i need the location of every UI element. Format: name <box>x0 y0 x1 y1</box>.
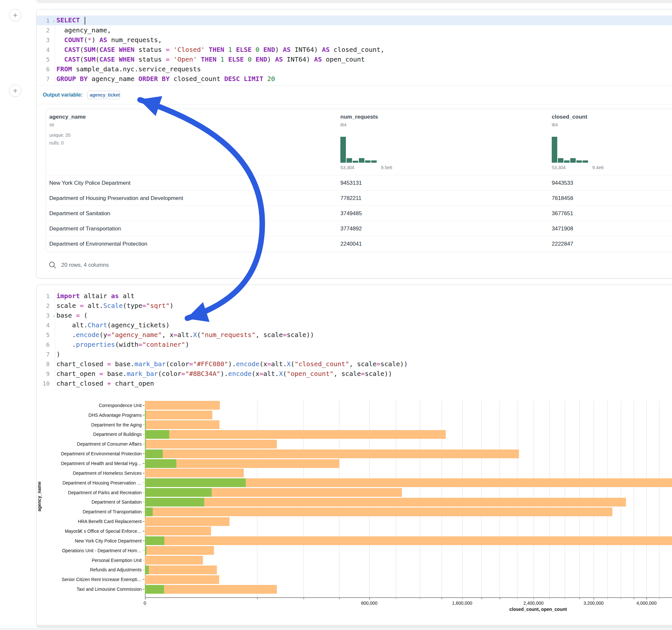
output-variable-bar: Output variable: agency_tickets <box>37 85 672 104</box>
line-number: 8 <box>37 361 51 367</box>
table-cell: 3677651 <box>552 206 672 221</box>
code-line[interactable]: 1⌄SELECT <box>37 16 672 25</box>
code-line[interactable]: 6FROM sample_data.nyc.service_requests <box>37 64 672 74</box>
code-text: COUNT(*) AS num_requests, <box>56 36 162 44</box>
histogram-bar <box>582 161 588 163</box>
table-row: Department of Housing Preservation and D… <box>46 190 672 206</box>
output-variable-label: Output variable: <box>43 92 83 98</box>
fold-chevron-icon[interactable]: ⌄ <box>51 311 56 320</box>
code-line[interactable]: 5 .encode(y="agency_name", x=alt.X("num_… <box>37 330 672 340</box>
fold-chevron-icon[interactable]: ⌄ <box>51 16 56 25</box>
table-cell: Department of Housing Preservation and D… <box>49 191 244 206</box>
column-name: num_requests <box>340 114 444 120</box>
search-icon[interactable] <box>48 261 57 269</box>
line-number: 7 <box>37 75 51 82</box>
output-variable-pill[interactable]: agency_tickets <box>87 91 120 99</box>
column-stats: unique: 20nulls: 0 <box>49 131 153 147</box>
table-row: Department of Environmental Protection22… <box>46 236 672 251</box>
table-row-count: 20 rows, 4 columns <box>61 262 109 268</box>
code-text: chart_closed = base.mark_bar(color="#FFC… <box>56 360 408 368</box>
add-cell-button-top[interactable]: + <box>9 9 21 21</box>
line-number: 6 <box>37 341 51 348</box>
code-line[interactable]: 4 alt.Chart(agency_tickets) <box>37 320 672 330</box>
table-cell: 9443533 <box>552 175 672 191</box>
code-line[interactable]: 4 CAST(SUM(CASE WHEN status = 'Closed' T… <box>37 45 672 54</box>
line-number: 10 <box>37 380 51 387</box>
code-text: SELECT <box>56 16 85 25</box>
table-row: Department of Sanitation37494853677651 <box>46 205 672 221</box>
histogram-bar <box>564 161 570 163</box>
table-cell: 9453131 <box>340 175 535 191</box>
histogram-bar <box>365 161 370 163</box>
notebook-page: + + 1⌄SELECT 2 agency_name,3 COUNT(*) AS… <box>0 0 672 630</box>
code-line[interactable]: 9chart_open = base.mark_bar(color="#8BC3… <box>37 369 672 379</box>
code-line[interactable]: 3 COUNT(*) AS num_requests, <box>37 35 672 45</box>
table-cell: Department of Transportation <box>49 221 244 236</box>
column-type: str <box>49 122 153 127</box>
code-line[interactable]: 3⌄base = ( <box>37 311 672 320</box>
line-number: 4 <box>37 46 51 53</box>
histogram-range-labels: 53,3049.5e6 <box>340 165 392 170</box>
line-number: 5 <box>37 56 51 63</box>
code-text: alt.Chart(agency_tickets) <box>56 321 170 329</box>
table-column-header: agency_namestrunique: 20nulls: 0 <box>49 114 153 147</box>
histogram-bar <box>558 158 563 163</box>
line-number: 3 <box>37 312 51 319</box>
table-row: Department of Transportation377489234719… <box>46 221 672 236</box>
table-cell: 3749485 <box>340 206 535 221</box>
line-number: 5 <box>37 332 51 338</box>
output-variable-value: agency_tickets <box>90 92 120 98</box>
line-number: 4 <box>37 322 51 329</box>
previous-cell-bottom-edge <box>36 0 672 3</box>
code-text: scale = alt.Scale(type="sqrt") <box>56 302 173 310</box>
code-line[interactable]: 8chart_closed = base.mark_bar(color="#FF… <box>37 359 672 369</box>
table-cell: 2240041 <box>340 236 535 251</box>
table-cell: 3774892 <box>340 221 535 236</box>
histogram-bar <box>340 137 346 163</box>
line-number: 9 <box>37 370 51 377</box>
histogram-bar <box>353 161 358 163</box>
line-number: 6 <box>37 66 51 73</box>
code-line[interactable]: 5 CAST(SUM(CASE WHEN status = 'Open' THE… <box>37 54 672 64</box>
plus-icon: + <box>13 86 18 95</box>
code-text: CAST(SUM(CASE WHEN status = 'Closed' THE… <box>56 46 384 53</box>
table-row: New York City Police Department945313194… <box>46 175 672 191</box>
column-type: i64 <box>340 122 444 127</box>
code-text: import altair as alt <box>56 292 135 300</box>
histogram-bar <box>576 161 582 163</box>
python-cell-shadow-band <box>36 625 672 628</box>
table-cell: 7618456 <box>552 191 672 206</box>
line-number: 7 <box>37 351 51 358</box>
code-text: agency_name, <box>56 26 111 34</box>
code-line[interactable]: 6 .properties(width="container") <box>37 340 672 349</box>
histogram-range-labels: 53,3049.4e6 <box>552 165 604 170</box>
table-cell: Department of Environmental Protection <box>49 236 244 251</box>
python-cell: 1import altair as alt2scale = alt.Scale(… <box>36 285 672 626</box>
table-footer: 20 rows, 4 columns <box>48 258 109 272</box>
code-line[interactable]: 2 agency_name, <box>37 25 672 35</box>
line-number: 1 <box>37 17 51 24</box>
code-line[interactable]: 7GROUP BY agency_name ORDER BY closed_co… <box>37 74 672 83</box>
code-text: .encode(y="agency_name", x=alt.X("num_re… <box>56 331 314 339</box>
table-cell: New York City Police Department <box>49 175 244 191</box>
column-type: i64 <box>552 122 655 127</box>
code-text: chart_open = base.mark_bar(color="#8BC34… <box>56 370 392 378</box>
code-text: chart_closed + chart_open <box>56 380 154 387</box>
histogram-bar <box>359 158 364 163</box>
histogram-bar <box>570 158 576 163</box>
plus-icon: + <box>13 11 18 20</box>
add-cell-button-middle[interactable]: + <box>9 84 21 97</box>
code-text: CAST(SUM(CASE WHEN status = 'Open' THEN … <box>56 55 365 63</box>
code-line[interactable]: 1import altair as alt <box>37 291 672 301</box>
table-column-header: num_requestsi64 <box>340 114 444 127</box>
code-line[interactable]: 7) <box>37 349 672 359</box>
text-cursor <box>85 17 85 25</box>
dataframe-preview-table: agency_namestrunique: 20nulls: 0num_requ… <box>46 109 672 252</box>
sql-code-editor[interactable]: 1⌄SELECT 2 agency_name,3 COUNT(*) AS num… <box>37 16 672 83</box>
code-line[interactable]: 2scale = alt.Scale(type="sqrt") <box>37 301 672 311</box>
code-line[interactable]: 10chart_closed + chart_open <box>37 379 672 388</box>
code-text: FROM sample_data.nyc.service_requests <box>56 65 201 73</box>
python-code-editor[interactable]: 1import altair as alt2scale = alt.Scale(… <box>37 291 672 388</box>
table-cell: 3471908 <box>552 221 672 236</box>
code-text: .properties(width="container") <box>56 341 189 348</box>
